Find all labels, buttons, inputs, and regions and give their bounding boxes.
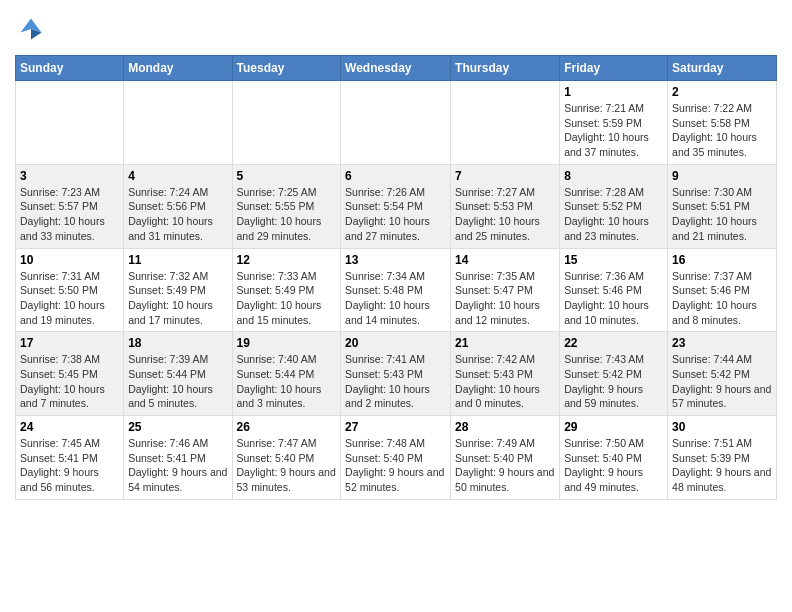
calendar-cell: 27Sunrise: 7:48 AM Sunset: 5:40 PM Dayli…	[341, 416, 451, 500]
day-number: 14	[455, 253, 555, 267]
calendar-cell: 1Sunrise: 7:21 AM Sunset: 5:59 PM Daylig…	[560, 81, 668, 165]
day-info: Sunrise: 7:30 AM Sunset: 5:51 PM Dayligh…	[672, 185, 772, 244]
calendar-cell: 25Sunrise: 7:46 AM Sunset: 5:41 PM Dayli…	[124, 416, 232, 500]
day-number: 22	[564, 336, 663, 350]
day-number: 10	[20, 253, 119, 267]
calendar-cell	[341, 81, 451, 165]
day-number: 26	[237, 420, 337, 434]
day-info: Sunrise: 7:41 AM Sunset: 5:43 PM Dayligh…	[345, 352, 446, 411]
day-number: 25	[128, 420, 227, 434]
day-info: Sunrise: 7:42 AM Sunset: 5:43 PM Dayligh…	[455, 352, 555, 411]
calendar-cell: 9Sunrise: 7:30 AM Sunset: 5:51 PM Daylig…	[668, 164, 777, 248]
calendar-cell: 23Sunrise: 7:44 AM Sunset: 5:42 PM Dayli…	[668, 332, 777, 416]
calendar-cell: 15Sunrise: 7:36 AM Sunset: 5:46 PM Dayli…	[560, 248, 668, 332]
calendar-cell: 21Sunrise: 7:42 AM Sunset: 5:43 PM Dayli…	[451, 332, 560, 416]
day-info: Sunrise: 7:34 AM Sunset: 5:48 PM Dayligh…	[345, 269, 446, 328]
day-info: Sunrise: 7:37 AM Sunset: 5:46 PM Dayligh…	[672, 269, 772, 328]
day-info: Sunrise: 7:27 AM Sunset: 5:53 PM Dayligh…	[455, 185, 555, 244]
day-info: Sunrise: 7:50 AM Sunset: 5:40 PM Dayligh…	[564, 436, 663, 495]
calendar-cell: 12Sunrise: 7:33 AM Sunset: 5:49 PM Dayli…	[232, 248, 341, 332]
header	[15, 10, 777, 47]
weekday-header-wednesday: Wednesday	[341, 56, 451, 81]
day-info: Sunrise: 7:31 AM Sunset: 5:50 PM Dayligh…	[20, 269, 119, 328]
day-number: 8	[564, 169, 663, 183]
calendar-cell: 5Sunrise: 7:25 AM Sunset: 5:55 PM Daylig…	[232, 164, 341, 248]
weekday-header-monday: Monday	[124, 56, 232, 81]
day-info: Sunrise: 7:33 AM Sunset: 5:49 PM Dayligh…	[237, 269, 337, 328]
calendar-cell: 26Sunrise: 7:47 AM Sunset: 5:40 PM Dayli…	[232, 416, 341, 500]
day-number: 27	[345, 420, 446, 434]
calendar-cell: 11Sunrise: 7:32 AM Sunset: 5:49 PM Dayli…	[124, 248, 232, 332]
calendar-cell: 2Sunrise: 7:22 AM Sunset: 5:58 PM Daylig…	[668, 81, 777, 165]
calendar-cell: 19Sunrise: 7:40 AM Sunset: 5:44 PM Dayli…	[232, 332, 341, 416]
day-number: 6	[345, 169, 446, 183]
day-number: 11	[128, 253, 227, 267]
day-number: 20	[345, 336, 446, 350]
calendar-cell: 30Sunrise: 7:51 AM Sunset: 5:39 PM Dayli…	[668, 416, 777, 500]
day-info: Sunrise: 7:48 AM Sunset: 5:40 PM Dayligh…	[345, 436, 446, 495]
day-number: 17	[20, 336, 119, 350]
day-number: 13	[345, 253, 446, 267]
calendar-week-1: 1Sunrise: 7:21 AM Sunset: 5:59 PM Daylig…	[16, 81, 777, 165]
day-info: Sunrise: 7:21 AM Sunset: 5:59 PM Dayligh…	[564, 101, 663, 160]
day-info: Sunrise: 7:38 AM Sunset: 5:45 PM Dayligh…	[20, 352, 119, 411]
calendar-cell: 29Sunrise: 7:50 AM Sunset: 5:40 PM Dayli…	[560, 416, 668, 500]
day-info: Sunrise: 7:47 AM Sunset: 5:40 PM Dayligh…	[237, 436, 337, 495]
day-number: 19	[237, 336, 337, 350]
day-number: 3	[20, 169, 119, 183]
day-number: 30	[672, 420, 772, 434]
day-info: Sunrise: 7:49 AM Sunset: 5:40 PM Dayligh…	[455, 436, 555, 495]
day-number: 23	[672, 336, 772, 350]
day-info: Sunrise: 7:25 AM Sunset: 5:55 PM Dayligh…	[237, 185, 337, 244]
day-number: 28	[455, 420, 555, 434]
calendar-cell	[124, 81, 232, 165]
day-number: 12	[237, 253, 337, 267]
day-info: Sunrise: 7:43 AM Sunset: 5:42 PM Dayligh…	[564, 352, 663, 411]
day-info: Sunrise: 7:28 AM Sunset: 5:52 PM Dayligh…	[564, 185, 663, 244]
day-info: Sunrise: 7:46 AM Sunset: 5:41 PM Dayligh…	[128, 436, 227, 495]
logo-icon	[17, 15, 45, 43]
calendar-week-5: 24Sunrise: 7:45 AM Sunset: 5:41 PM Dayli…	[16, 416, 777, 500]
day-info: Sunrise: 7:24 AM Sunset: 5:56 PM Dayligh…	[128, 185, 227, 244]
calendar-cell	[451, 81, 560, 165]
day-number: 21	[455, 336, 555, 350]
calendar-cell: 13Sunrise: 7:34 AM Sunset: 5:48 PM Dayli…	[341, 248, 451, 332]
day-number: 16	[672, 253, 772, 267]
calendar-cell: 17Sunrise: 7:38 AM Sunset: 5:45 PM Dayli…	[16, 332, 124, 416]
day-info: Sunrise: 7:32 AM Sunset: 5:49 PM Dayligh…	[128, 269, 227, 328]
day-number: 9	[672, 169, 772, 183]
logo	[15, 15, 49, 47]
calendar-cell: 24Sunrise: 7:45 AM Sunset: 5:41 PM Dayli…	[16, 416, 124, 500]
calendar-week-2: 3Sunrise: 7:23 AM Sunset: 5:57 PM Daylig…	[16, 164, 777, 248]
day-number: 2	[672, 85, 772, 99]
weekday-header-saturday: Saturday	[668, 56, 777, 81]
calendar-cell: 18Sunrise: 7:39 AM Sunset: 5:44 PM Dayli…	[124, 332, 232, 416]
weekday-header-thursday: Thursday	[451, 56, 560, 81]
day-number: 18	[128, 336, 227, 350]
day-number: 15	[564, 253, 663, 267]
day-number: 7	[455, 169, 555, 183]
weekday-header-friday: Friday	[560, 56, 668, 81]
day-info: Sunrise: 7:51 AM Sunset: 5:39 PM Dayligh…	[672, 436, 772, 495]
calendar-cell: 14Sunrise: 7:35 AM Sunset: 5:47 PM Dayli…	[451, 248, 560, 332]
day-number: 24	[20, 420, 119, 434]
day-info: Sunrise: 7:40 AM Sunset: 5:44 PM Dayligh…	[237, 352, 337, 411]
calendar-cell: 3Sunrise: 7:23 AM Sunset: 5:57 PM Daylig…	[16, 164, 124, 248]
calendar-cell: 4Sunrise: 7:24 AM Sunset: 5:56 PM Daylig…	[124, 164, 232, 248]
calendar-cell: 10Sunrise: 7:31 AM Sunset: 5:50 PM Dayli…	[16, 248, 124, 332]
calendar-cell: 20Sunrise: 7:41 AM Sunset: 5:43 PM Dayli…	[341, 332, 451, 416]
calendar-cell	[232, 81, 341, 165]
weekday-header-tuesday: Tuesday	[232, 56, 341, 81]
calendar-cell: 7Sunrise: 7:27 AM Sunset: 5:53 PM Daylig…	[451, 164, 560, 248]
day-info: Sunrise: 7:36 AM Sunset: 5:46 PM Dayligh…	[564, 269, 663, 328]
calendar-cell: 16Sunrise: 7:37 AM Sunset: 5:46 PM Dayli…	[668, 248, 777, 332]
day-info: Sunrise: 7:45 AM Sunset: 5:41 PM Dayligh…	[20, 436, 119, 495]
day-number: 5	[237, 169, 337, 183]
calendar-week-3: 10Sunrise: 7:31 AM Sunset: 5:50 PM Dayli…	[16, 248, 777, 332]
day-info: Sunrise: 7:35 AM Sunset: 5:47 PM Dayligh…	[455, 269, 555, 328]
calendar-week-4: 17Sunrise: 7:38 AM Sunset: 5:45 PM Dayli…	[16, 332, 777, 416]
day-info: Sunrise: 7:26 AM Sunset: 5:54 PM Dayligh…	[345, 185, 446, 244]
calendar-cell: 28Sunrise: 7:49 AM Sunset: 5:40 PM Dayli…	[451, 416, 560, 500]
day-number: 4	[128, 169, 227, 183]
day-number: 29	[564, 420, 663, 434]
